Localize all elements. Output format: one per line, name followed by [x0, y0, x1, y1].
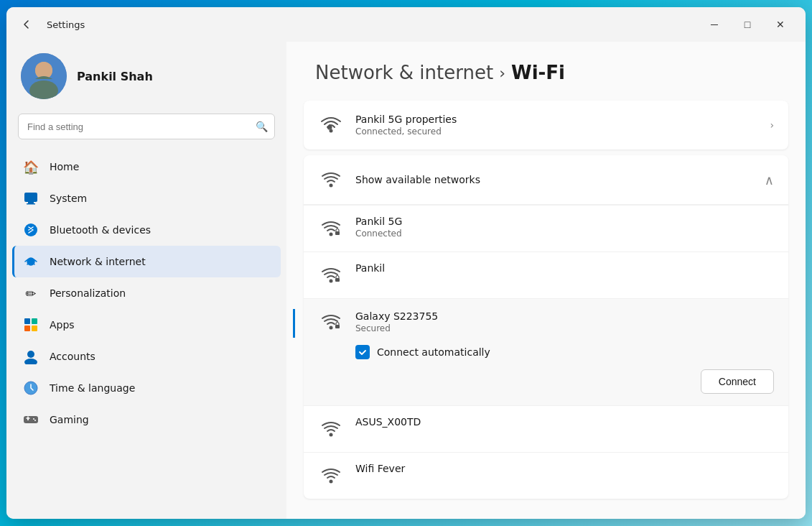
- wifi-secured-icon: [318, 216, 344, 241]
- svg-rect-12: [24, 326, 30, 331]
- sidebar-item-label: Personalization: [50, 287, 126, 299]
- search-input[interactable]: [18, 114, 275, 139]
- svg-rect-6: [27, 203, 35, 205]
- wifi-status: Connected, secured: [355, 126, 770, 137]
- maximize-button[interactable]: □: [731, 13, 764, 36]
- show-networks-header[interactable]: Show available networks ∧: [304, 155, 788, 205]
- network-galaxy-container: Galaxy S223755 Secured: [304, 298, 788, 405]
- breadcrumb: Network & internet › Wi-Fi: [286, 42, 806, 101]
- svg-point-31: [330, 326, 333, 330]
- system-icon: [22, 190, 39, 207]
- svg-point-26: [330, 184, 333, 188]
- sidebar-item-label: System: [50, 193, 87, 204]
- svg-rect-30: [335, 278, 340, 282]
- connect-auto-row: Connect automatically: [355, 345, 774, 359]
- sidebar-item-label: Network & internet: [50, 256, 146, 267]
- wifi-lock-icon: [318, 112, 344, 138]
- sidebar-item-home[interactable]: 🏠 Home: [12, 151, 281, 183]
- wifi-list-icon: [318, 167, 344, 193]
- wifi-secured-icon-4: [318, 416, 344, 442]
- svg-rect-17: [24, 416, 38, 423]
- personalization-icon: ✏️: [22, 285, 39, 302]
- pankil5g-info: Pankil 5G Connected: [355, 216, 774, 239]
- wifi-secured-icon-3: [318, 309, 344, 335]
- svg-rect-25: [327, 126, 332, 129]
- svg-point-21: [33, 418, 34, 420]
- sidebar-item-apps[interactable]: Apps: [12, 309, 281, 341]
- svg-point-22: [34, 420, 36, 421]
- wifi-properties-text: Pankil 5G properties Connected, secured: [355, 114, 770, 137]
- sidebar-item-label: Home: [50, 161, 79, 172]
- user-name: Pankil Shah: [77, 70, 153, 83]
- home-icon: 🏠: [22, 158, 39, 175]
- svg-point-27: [330, 233, 333, 236]
- svg-rect-10: [24, 318, 30, 324]
- chevron-right-icon: ›: [770, 119, 774, 131]
- wifi-secured-icon-2: [318, 262, 344, 288]
- breadcrumb-current: Wi-Fi: [511, 62, 565, 83]
- nav-list: 🏠 Home System: [6, 151, 286, 435]
- sidebar-item-label: Bluetooth & devices: [50, 224, 151, 236]
- breadcrumb-separator: ›: [499, 64, 505, 82]
- network-wififever[interactable]: Wifi Fever: [304, 452, 788, 499]
- time-icon: [22, 379, 39, 397]
- sidebar-item-network[interactable]: Network & internet: [12, 246, 281, 277]
- network-pankil[interactable]: Pankil: [304, 252, 788, 298]
- sidebar-item-accounts[interactable]: Accounts: [12, 341, 281, 372]
- minimize-button[interactable]: ─: [698, 13, 731, 36]
- svg-point-14: [27, 351, 34, 358]
- network-galaxy[interactable]: Galaxy S223755 Secured: [304, 299, 788, 345]
- connect-button[interactable]: Connect: [701, 369, 774, 394]
- svg-point-34: [330, 480, 333, 484]
- svg-rect-5: [28, 202, 34, 203]
- gaming-icon: [22, 411, 39, 428]
- pankil-info: Pankil: [355, 262, 774, 274]
- window-controls: ─ □ ✕: [698, 13, 797, 36]
- chevron-up-icon: ∧: [765, 172, 774, 188]
- sidebar: Pankil Shah 🔍 🏠 Home: [6, 42, 286, 519]
- svg-rect-13: [32, 326, 37, 331]
- galaxy-expanded: Connect automatically Connect: [304, 345, 788, 405]
- back-button[interactable]: [15, 13, 38, 36]
- svg-rect-28: [335, 231, 340, 235]
- asus-info: ASUS_X00TD: [355, 416, 774, 428]
- wifi-name: Pankil 5G properties: [355, 114, 770, 125]
- sidebar-item-label: Apps: [50, 319, 75, 331]
- galaxy-info: Galaxy S223755 Secured: [355, 310, 774, 333]
- svg-point-15: [24, 359, 37, 364]
- accounts-icon: [22, 348, 39, 365]
- sidebar-item-label: Time & language: [50, 382, 135, 394]
- sidebar-item-gaming[interactable]: Gaming: [12, 404, 281, 435]
- connect-auto-checkbox[interactable]: [355, 345, 370, 359]
- svg-rect-32: [335, 325, 340, 328]
- sidebar-item-time[interactable]: Time & language: [12, 372, 281, 404]
- sidebar-item-bluetooth[interactable]: Bluetooth & devices: [12, 214, 281, 246]
- connect-btn-row: Connect: [355, 369, 774, 394]
- network-pankil5g[interactable]: Pankil 5G Connected: [304, 205, 788, 252]
- search-icon: 🔍: [256, 121, 268, 132]
- connect-auto-label: Connect automatically: [377, 346, 490, 358]
- avatar: [21, 53, 67, 99]
- search-box: 🔍: [18, 114, 275, 139]
- network-asus[interactable]: ASUS_X00TD: [304, 405, 788, 452]
- sidebar-item-personalization[interactable]: ✏️ Personalization: [12, 277, 281, 309]
- sidebar-item-label: Accounts: [50, 351, 95, 362]
- network-icon: [22, 253, 39, 270]
- user-profile[interactable]: Pankil Shah: [6, 42, 286, 114]
- show-networks-label: Show available networks: [355, 174, 765, 185]
- svg-point-29: [330, 280, 333, 283]
- svg-point-33: [330, 433, 333, 437]
- svg-rect-4: [24, 193, 37, 202]
- wifi-properties-card: Pankil 5G properties Connected, secured …: [304, 101, 788, 149]
- available-networks-card: Show available networks ∧: [304, 155, 788, 499]
- breadcrumb-parent: Network & internet: [315, 62, 493, 83]
- bluetooth-icon: [22, 221, 39, 239]
- sidebar-item-system[interactable]: System: [12, 183, 281, 214]
- sidebar-item-label: Gaming: [50, 414, 89, 425]
- window-title: Settings: [47, 19, 689, 30]
- settings-window: Settings ─ □ ✕ Pankil Sha: [6, 7, 806, 519]
- wififever-info: Wifi Fever: [355, 463, 774, 474]
- apps-icon: [22, 316, 39, 333]
- wifi-properties-row[interactable]: Pankil 5G properties Connected, secured …: [304, 101, 788, 149]
- close-button[interactable]: ✕: [764, 13, 797, 36]
